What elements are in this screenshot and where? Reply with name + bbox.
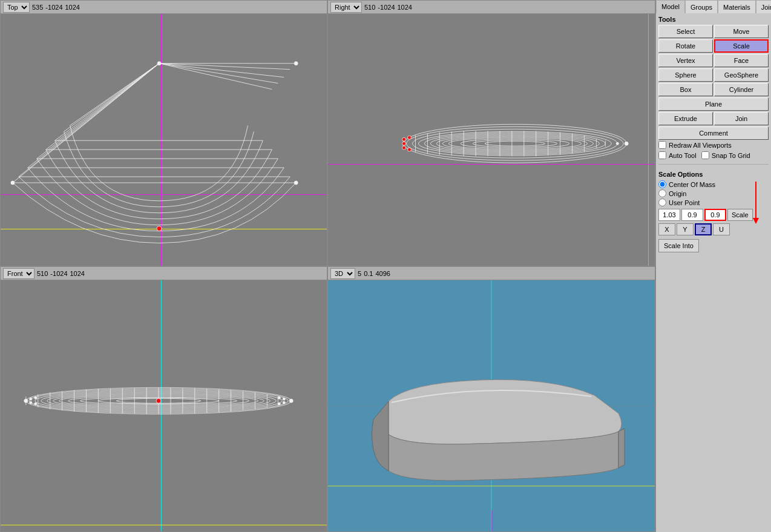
vertex-button[interactable]: Vertex [658,54,713,67]
svg-point-60 [625,142,628,145]
scale-apply-button[interactable]: Scale [727,209,753,221]
scale-options-label: Scale Options [658,171,769,178]
viewport-header-bottom-right: 3D 5 0.1 4096 [328,267,655,280]
viewport-bottom-right[interactable]: 3D 5 0.1 4096 [327,266,655,532]
svg-point-61 [616,142,618,145]
svg-point-101 [34,402,37,405]
svg-point-29 [430,134,599,153]
select-button[interactable]: Select [658,25,713,38]
extrude-button[interactable]: Extrude [658,112,713,125]
tools-grid-row5: Box Cylinder [658,83,769,96]
mesh-svg-top-left [1,14,327,266]
viewport-coord-z-top-left: 1024 [65,4,80,11]
user-point-row: User Point [658,199,769,206]
scale-button[interactable]: Scale [714,39,769,53]
svg-line-4 [46,64,159,149]
svg-point-104 [278,396,280,399]
viewport-header-bottom-left: Front 510 -1024 1024 [1,267,327,280]
redraw-all-row: Redraw All Viewports [658,141,769,149]
join-button[interactable]: Join [714,112,769,125]
box-button[interactable]: Box [658,83,713,96]
z-axis-button[interactable]: Z [695,223,712,235]
svg-line-7 [70,64,159,126]
viewports-area: Top 535 -1024 1024 [0,0,655,532]
origin-radio[interactable] [658,189,666,197]
tab-joints[interactable]: Joints [756,0,771,13]
tools-grid-row1: Select Move [658,25,769,38]
viewport-coord-z-bottom-left: 1024 [70,270,85,277]
rotate-button[interactable]: Rotate [658,39,713,53]
user-point-label: User Point [669,199,700,206]
svg-point-25 [407,126,624,160]
tools-grid-row3: Vertex Face [658,54,769,67]
viewport-bottom-left[interactable]: Front 510 -1024 1024 [0,266,327,532]
cylinder-button[interactable]: Cylinder [714,83,769,96]
snap-to-grid-checkbox[interactable] [701,151,709,159]
face-button[interactable]: Face [714,54,769,67]
xyz-buttons-row: X Y Z U [658,223,769,235]
scale-y-input[interactable] [681,209,703,221]
svg-point-105 [278,402,280,405]
svg-point-103 [283,401,285,404]
3d-grid [328,280,655,531]
viewport-coord-y-top-left: -1024 [45,4,62,11]
viewport-coord-y-bottom-left: -1024 [50,270,67,277]
viewport-coord-y-top-right: -1024 [378,4,395,11]
svg-point-55 [402,137,406,141]
plane-button[interactable]: Plane [658,97,769,111]
svg-point-23 [157,226,162,231]
tab-bar: Model Groups Materials Joints [656,0,771,13]
viewport-coord-x-top-right: 510 [364,4,375,11]
svg-point-19 [157,62,161,65]
viewport-view-dropdown-top-right[interactable]: Right [330,2,362,13]
svg-point-97 [289,399,293,402]
svg-point-26 [412,129,617,158]
user-point-radio[interactable] [658,199,666,206]
viewports-top-row: Top 535 -1024 1024 [0,0,655,266]
move-button[interactable]: Move [714,25,769,38]
tools-label: Tools [658,16,769,23]
svg-point-99 [30,401,32,404]
divider-1 [658,164,769,165]
tab-model[interactable]: Model [656,0,685,13]
viewport-coord-z-top-right: 1024 [398,4,412,11]
mesh-svg-top-right [328,14,655,266]
auto-snap-row: Auto Tool Snap To Grid [658,150,769,160]
viewport-coord-z-bottom-right: 4096 [375,270,390,277]
auto-tool-checkbox[interactable] [658,151,666,159]
svg-line-3 [37,64,159,159]
redraw-all-checkbox[interactable] [658,141,666,149]
comment-button[interactable]: Comment [658,126,769,140]
scale-inputs-row: Scale [658,209,769,221]
viewports-bottom-row: Front 510 -1024 1024 [0,266,655,532]
u-axis-button[interactable]: U [713,223,730,235]
x-axis-button[interactable]: X [658,223,675,235]
svg-line-11 [159,64,278,84]
svg-point-95 [156,398,161,403]
viewport-view-dropdown-bottom-right[interactable]: 3D [330,268,355,279]
viewport-top-right[interactable]: Right 510 -1024 1024 [327,0,655,266]
viewport-top-left[interactable]: Top 535 -1024 1024 [0,0,327,266]
viewport-header-top-left: Top 535 -1024 1024 [1,1,327,14]
origin-label: Origin [669,190,686,197]
center-of-mass-label: Center Of Mass [669,181,715,188]
tools-grid-row2: Rotate Scale [658,39,769,53]
y-axis-button[interactable]: Y [677,223,694,235]
tab-materials[interactable]: Materials [718,0,756,13]
viewport-coord-x-bottom-right: 5 [358,270,361,277]
scale-z-input[interactable] [704,209,726,221]
viewport-view-dropdown-bottom-left[interactable]: Front [3,268,34,279]
center-of-mass-radio[interactable] [658,180,666,188]
svg-line-12 [159,64,272,90]
right-panel: Model Groups Materials Joints Tools Sele… [655,0,771,532]
tab-groups[interactable]: Groups [685,0,718,13]
svg-point-59 [408,148,412,151]
scale-x-input[interactable] [658,209,680,221]
svg-point-100 [34,396,37,399]
geosphere-button[interactable]: GeoSphere [714,68,769,82]
center-of-mass-row: Center Of Mass [658,180,769,188]
viewport-view-dropdown-top-left[interactable]: Top [3,2,30,13]
svg-point-102 [283,398,285,400]
scale-into-button[interactable]: Scale Into [658,239,699,252]
sphere-button[interactable]: Sphere [658,68,713,82]
